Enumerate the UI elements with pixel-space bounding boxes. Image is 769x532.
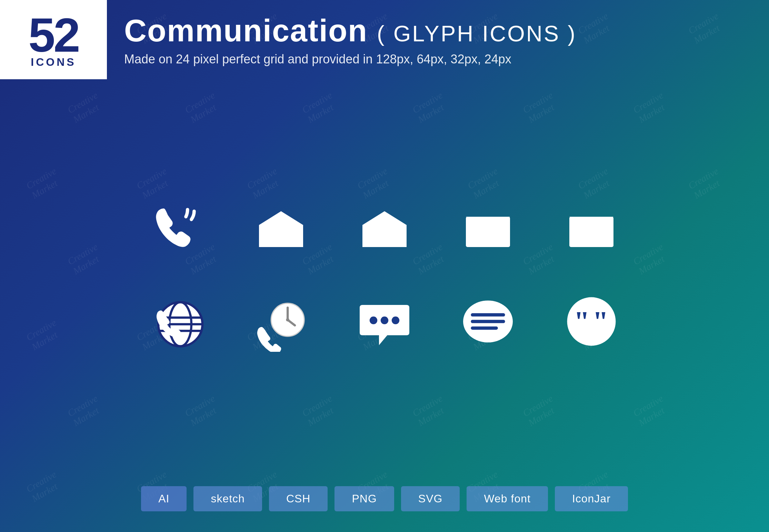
icons-row-2: " ": [143, 290, 626, 359]
header-section: 52 iCons Communication ( Glyph Icons ) M…: [0, 0, 769, 79]
phone-globe-icon: [143, 290, 212, 359]
header-text-area: Communication ( Glyph Icons ) Made on 24…: [107, 0, 594, 79]
svg-point-27: [370, 316, 377, 324]
mail-open-lines-icon: [350, 193, 419, 262]
mail-open-icon: [247, 193, 316, 262]
format-tag-csh[interactable]: CSH: [269, 486, 328, 511]
format-tag-png[interactable]: PNG: [334, 486, 394, 511]
svg-text:": ": [574, 305, 590, 337]
svg-text:": ": [592, 305, 608, 337]
format-tags-section: AI sketch CSH PNG SVG Web font IconJar: [0, 472, 769, 532]
svg-point-29: [392, 316, 399, 324]
mail-closed-lines-icon: [453, 193, 522, 262]
icons-row-1: [143, 193, 626, 262]
format-tag-sketch[interactable]: sketch: [193, 486, 262, 511]
format-tag-webfont[interactable]: Web font: [467, 486, 548, 511]
format-tag-svg[interactable]: SVG: [401, 486, 460, 511]
format-tag-iconjar[interactable]: IconJar: [555, 486, 628, 511]
chat-dots-icon: [350, 290, 419, 359]
svg-point-26: [286, 318, 289, 321]
mail-x-icon: [557, 193, 626, 262]
chat-lines-icon: [453, 290, 522, 359]
subtitle: Made on 24 pixel perfect grid and provid…: [124, 52, 577, 66]
phone-clock-icon: [247, 290, 316, 359]
main-title: Communication ( Glyph Icons ): [124, 13, 577, 49]
chat-quote-icon: " ": [557, 290, 626, 359]
phone-icon: [143, 193, 212, 262]
icon-count-box: 52 iCons: [0, 0, 107, 79]
svg-point-28: [381, 316, 388, 324]
icon-count-label: iCons: [31, 56, 76, 69]
title-main: Communication: [124, 13, 377, 48]
main-background: CreativeMarket CreativeMarket CreativeMa…: [0, 0, 769, 532]
title-sub: ( Glyph Icons ): [377, 21, 577, 46]
icon-count-number: 52: [28, 11, 79, 59]
icons-section: " ": [0, 79, 769, 472]
format-tag-ai[interactable]: AI: [141, 486, 187, 511]
